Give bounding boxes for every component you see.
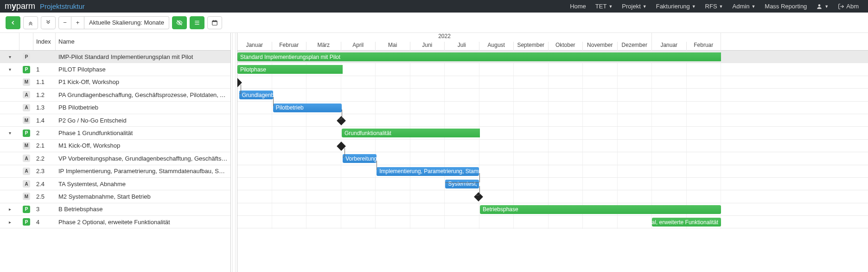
type-badge: P: [23, 66, 30, 73]
gantt-bar[interactable]: Pilotphase: [237, 65, 343, 74]
expand-all-button[interactable]: [41, 16, 56, 29]
splitter-handle[interactable]: [231, 33, 237, 272]
row-index: 2.1: [33, 142, 56, 149]
timeline-month: Dezember: [618, 42, 652, 51]
table-row[interactable]: A2.4TA Systemtest, Abnahme: [0, 178, 230, 190]
connector: [479, 173, 480, 182]
nav-logout[interactable]: Abm: [833, 3, 863, 10]
table-row[interactable]: M1.4P2 Go / No-Go Entscheid: [0, 114, 230, 127]
gantt-row: Pilotbetrieb: [237, 102, 868, 114]
connector: [241, 84, 241, 94]
row-name: VP Vorbereitungsphase, Grundlagenbeschaf…: [56, 155, 230, 162]
row-name: P2 Go / No-Go Entscheid: [56, 117, 230, 124]
table-row[interactable]: A2.3IP Implementierung, Parametrierung, …: [0, 165, 230, 178]
navbar: myparm Projektstruktur Home TET▼ Projekt…: [0, 0, 868, 13]
gantt-bar[interactable]: Grundfunktionalität: [342, 129, 480, 137]
svg-point-0: [818, 4, 821, 6]
timeline-month: August: [479, 42, 514, 51]
nav-projekt[interactable]: Projekt▼: [617, 3, 651, 10]
row-name: PILOT Pilotphase: [56, 66, 230, 73]
chevron-down-icon[interactable]: ▾: [9, 67, 11, 72]
table-row[interactable]: M1.1P1 Kick-Off, Workshop: [0, 76, 230, 89]
table-row[interactable]: ▸P3B Betriebsphase: [0, 203, 230, 216]
row-index: 2.4: [33, 181, 56, 188]
table-row[interactable]: M2.1M1 Kick-Off, Workshop: [0, 140, 230, 152]
row-index: 1.3: [33, 104, 56, 111]
gantt-bar[interactable]: Vorbereitung...: [343, 154, 377, 163]
gantt-bar[interactable]: Pilotbetrieb: [273, 104, 342, 112]
nav-fakturierung[interactable]: Fakturierung▼: [651, 3, 701, 10]
gantt-row: Pilotphase: [237, 63, 868, 76]
caret-icon: ▼: [692, 4, 696, 9]
connector: [345, 148, 345, 157]
table-row[interactable]: ▾PIMP-Pilot Standard Implementierungspla…: [0, 51, 230, 63]
row-name: Phase 1 Grundfunktionalität: [56, 130, 230, 136]
connector: [239, 93, 241, 94]
gantt-row: Grundlagenb...: [237, 89, 868, 101]
gantt-bar[interactable]: Betriebsphase: [480, 205, 721, 214]
row-index: 1.4: [33, 117, 56, 124]
back-button[interactable]: [6, 16, 20, 29]
chevron-right-icon[interactable]: ▸: [9, 220, 11, 225]
row-index: 1.1: [33, 78, 56, 85]
milestone-diamond[interactable]: [237, 78, 242, 87]
type-badge: P: [23, 53, 30, 60]
list-view-button[interactable]: [190, 16, 204, 29]
chevron-down-icon[interactable]: ▾: [9, 130, 11, 136]
left-panel: Index Name ▾PIMP-Pilot Standard Implemen…: [0, 33, 231, 272]
milestone-diamond[interactable]: [337, 116, 346, 125]
gantt-row: [237, 140, 868, 152]
table-row[interactable]: A1.3PB Pilotbetrieb: [0, 102, 230, 114]
connector: [475, 195, 479, 195]
collapse-all-button[interactable]: [23, 16, 38, 29]
caret-icon: ▼: [719, 4, 723, 9]
table-row[interactable]: ▾P1PILOT Pilotphase: [0, 63, 230, 76]
type-badge: M: [23, 117, 30, 124]
timeline-year: 2022: [237, 33, 652, 42]
timeline-month: Oktober: [549, 42, 583, 51]
zoom-out-button[interactable]: −: [58, 16, 71, 29]
gantt-bar[interactable]: Grundlagenb...: [239, 91, 273, 99]
milestone-diamond[interactable]: [474, 192, 483, 201]
chevron-right-icon[interactable]: ▸: [9, 207, 11, 212]
right-panel: 2022 JanuarFebruarMärzAprilMaiJuniJuliAu…: [237, 33, 868, 272]
zoom-in-button[interactable]: +: [71, 16, 84, 29]
nav-rfs[interactable]: RFS▼: [701, 3, 728, 10]
row-index: 1: [33, 66, 56, 73]
chevron-down-icon[interactable]: ▾: [9, 54, 11, 59]
caret-icon: ▼: [751, 4, 755, 9]
row-name: IMP-Pilot Standard Implementierungsplan …: [56, 53, 230, 60]
row-name: M2 Systemabnahme, Start Betrieb: [56, 193, 230, 200]
nav-mass-reporting[interactable]: Mass Reporting: [760, 3, 811, 10]
nav-admin[interactable]: Admin▼: [728, 3, 760, 10]
timeline-month: Mai: [376, 42, 410, 51]
type-badge: M: [23, 78, 30, 86]
connector: [479, 186, 480, 195]
row-name: TA Systemtest, Abnahme: [56, 181, 230, 188]
table-row[interactable]: ▾P2Phase 1 Grundfunktionalität: [0, 127, 230, 139]
gantt-row: [237, 114, 868, 127]
table-row[interactable]: A2.2VP Vorbereitungsphase, Grundlagenbes…: [0, 152, 230, 165]
gantt-bar[interactable]: Implementierung, Parametrierung, Stammda…: [377, 167, 479, 176]
visibility-toggle-button[interactable]: [172, 16, 187, 29]
row-index: 2.2: [33, 155, 56, 162]
gantt-bar[interactable]: Systemtest, ...: [445, 180, 479, 188]
left-header: Index Name: [0, 33, 230, 51]
calendar-button[interactable]: [207, 16, 222, 29]
gantt-row: Standard Implementierungsplan mit Pilot: [237, 51, 868, 63]
gantt-row: [237, 190, 868, 203]
table-row[interactable]: M2.5M2 Systemabnahme, Start Betrieb: [0, 190, 230, 203]
timeline-month: März: [306, 42, 341, 51]
row-name: Phase 2 Optional, erweitete Funktionalit…: [56, 219, 230, 226]
table-row[interactable]: A1.2PA Grundlagenbeschaffung, Geschäftsp…: [0, 89, 230, 101]
table-row[interactable]: ▸P4Phase 2 Optional, erweitete Funktiona…: [0, 216, 230, 228]
gantt-bar[interactable]: Standard Implementierungsplan mit Pilot: [237, 52, 721, 61]
row-name: PB Pilotbetrieb: [56, 104, 230, 111]
col-index-header: Index: [33, 33, 56, 50]
nav-user-menu[interactable]: ▼: [811, 3, 833, 10]
nav-tet[interactable]: TET▼: [591, 3, 617, 10]
gantt-bar[interactable]: Optional, erweiterte Funktionalität: [652, 218, 721, 227]
row-name: B Betriebsphase: [56, 206, 230, 213]
svg-rect-7: [212, 20, 217, 21]
nav-home[interactable]: Home: [565, 3, 591, 10]
